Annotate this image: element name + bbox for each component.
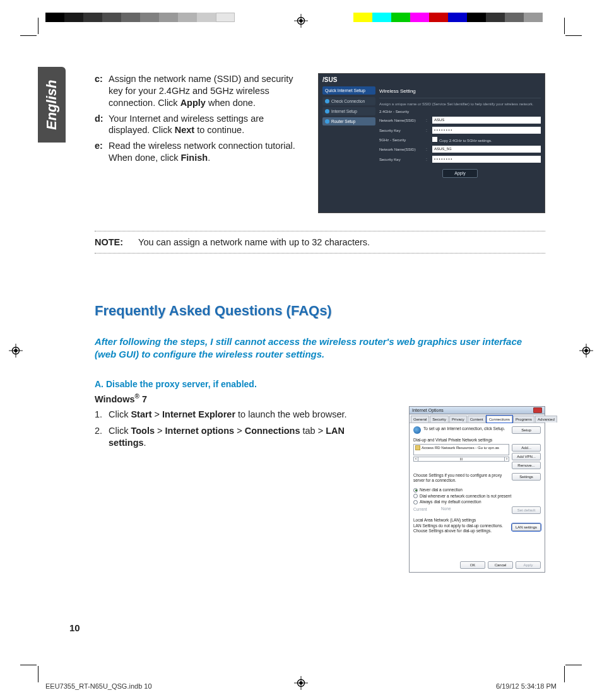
- globe-wand-icon: [413, 426, 421, 434]
- slug-datetime: 6/19/12 5:34:18 PM: [496, 682, 557, 690]
- lan-header: Local Area Network (LAN) settings: [413, 518, 541, 522]
- lan-text: LAN Settings do not apply to dial-up con…: [413, 523, 509, 534]
- faq-answer-a: A. Disable the proxy server, if enabled.: [95, 379, 545, 389]
- ssid-label: Network Name(SSID): [379, 119, 423, 122]
- router-screenshot: /SUS Quick Internet Setup Check Connecti…: [318, 73, 545, 213]
- os-heading: Windows® 7: [95, 393, 545, 404]
- note-block: NOTE:You can assign a network name with …: [95, 231, 545, 254]
- lan-settings-button[interactable]: LAN settings: [512, 523, 541, 531]
- tab-programs[interactable]: Programs: [513, 416, 534, 423]
- step-c-text: Assign the network name (SSID) and secur…: [109, 73, 303, 109]
- copy-label: Copy 2.4GHz to 5GHz settings.: [439, 139, 492, 143]
- setup-button[interactable]: Setup: [512, 426, 541, 434]
- tab-advanced[interactable]: Advanced: [535, 416, 557, 423]
- copy-checkbox[interactable]: [432, 137, 437, 142]
- qis-header: Quick Internet Setup: [322, 86, 375, 95]
- faq-heading: Frequently Asked Questions (FAQs): [95, 303, 545, 319]
- color-bar: [353, 13, 543, 22]
- step-d-text: Your Internet and wireless settings are …: [109, 113, 303, 137]
- tab-general[interactable]: General: [411, 416, 429, 423]
- step-d-label: d:: [95, 113, 109, 137]
- note-label: NOTE:: [95, 237, 123, 247]
- dialup-header: Dial-up and Virtual Private Network sett…: [413, 438, 541, 442]
- current-label: Current: [413, 506, 439, 513]
- radio-dial-when-absent[interactable]: [413, 494, 418, 498]
- key-label: Security Key: [379, 129, 423, 132]
- page-number: 10: [69, 622, 80, 633]
- ssid-24-input[interactable]: ASUS: [432, 117, 541, 124]
- color-bar: [45, 13, 235, 22]
- step-c-label: c:: [95, 73, 109, 109]
- step-dot-icon: [325, 99, 329, 103]
- sec-5-label: 5GHz - Security: [379, 138, 423, 142]
- network-place-icon: [415, 445, 420, 450]
- language-tab: English: [38, 67, 66, 143]
- close-icon[interactable]: [533, 407, 542, 413]
- numbered-steps: 1.Click Start > Internet Explorer to lau…: [95, 409, 366, 453]
- settings-button[interactable]: Settings: [512, 473, 541, 481]
- choose-settings-text: Choose Settings if you need to configure…: [413, 473, 509, 483]
- radio-always-dial[interactable]: [413, 500, 418, 505]
- radio-never-dial[interactable]: [413, 488, 418, 493]
- ssid-5-input[interactable]: ASUS_5G: [432, 146, 541, 153]
- sidebar-item-check[interactable]: Check Connection: [322, 97, 375, 105]
- step-list: c: Assign the network name (SSID) and se…: [95, 73, 303, 168]
- sidebar-item-internet[interactable]: Internet Setup: [322, 107, 375, 115]
- key5-label: Security Key: [379, 158, 423, 161]
- key-5-input[interactable]: • • • • • • • •: [432, 156, 541, 163]
- dialog-tabs: General Security Privacy Content Connect…: [410, 414, 545, 423]
- dialup-listbox[interactable]: Access RD Network Resources - Go to vpn.…: [413, 444, 509, 455]
- dialog-title: Internet Options: [412, 407, 444, 414]
- brand-logo: /SUS: [322, 76, 337, 83]
- sec-24-label: 2.4GHz - Security: [379, 110, 423, 114]
- add-vpn-button[interactable]: Add VPN...: [512, 453, 541, 460]
- cancel-button[interactable]: Cancel: [488, 561, 513, 569]
- apply-button[interactable]: Apply: [442, 169, 478, 178]
- registration-mark-icon: [294, 14, 308, 28]
- sidebar-item-router[interactable]: Router Setup: [322, 117, 375, 125]
- tab-connections[interactable]: Connections: [487, 416, 512, 423]
- tab-privacy[interactable]: Privacy: [449, 416, 467, 423]
- ie-options-screenshot: Internet Options General Security Privac…: [409, 406, 545, 573]
- set-default-button: Set default: [512, 506, 541, 514]
- note-text: You can assign a network name with up to…: [138, 237, 370, 247]
- step-e-label: e:: [95, 140, 109, 164]
- tab-security[interactable]: Security: [430, 416, 449, 423]
- step-dot-icon: [325, 119, 329, 124]
- panel-title: Wireless Setting: [379, 86, 541, 98]
- registration-mark-icon: [579, 344, 593, 358]
- key-24-input[interactable]: • • • • • • • •: [432, 127, 541, 134]
- current-value: None: [441, 506, 509, 511]
- slug-filename: EEU7355_RT-N65U_QSG.indb 10: [45, 682, 152, 690]
- remove-button[interactable]: Remove...: [512, 462, 541, 469]
- step-e-text: Read the wireless network connection tut…: [109, 140, 303, 164]
- ssid5-label: Network Name(SSID): [379, 148, 423, 151]
- panel-hint: Assign a unique name or SSID (Service Se…: [379, 102, 541, 106]
- add-button[interactable]: Add...: [512, 444, 541, 452]
- setup-text: To set up an Internet connection, click …: [423, 426, 509, 431]
- apply-dialog-button: Apply: [516, 561, 541, 569]
- registration-mark-icon: [9, 344, 23, 358]
- step-dot-icon: [325, 109, 329, 114]
- faq-question: After following the steps, I still canno…: [95, 335, 545, 361]
- tab-content[interactable]: Content: [468, 416, 486, 423]
- ok-button[interactable]: OK: [460, 561, 485, 569]
